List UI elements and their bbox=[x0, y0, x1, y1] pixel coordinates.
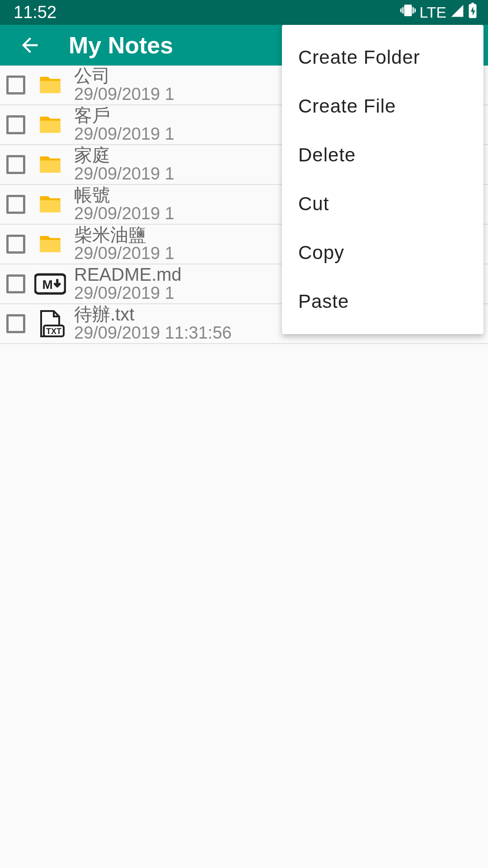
page-title: My Notes bbox=[69, 32, 173, 59]
checkbox[interactable] bbox=[6, 235, 25, 254]
file-date: 29/09/2019 1 bbox=[74, 165, 174, 184]
vibrate-icon bbox=[400, 3, 416, 22]
file-name: 公司 bbox=[74, 66, 174, 85]
checkbox[interactable] bbox=[6, 195, 25, 214]
status-time: 11:52 bbox=[14, 3, 56, 22]
arrow-left-icon bbox=[18, 33, 42, 57]
file-date: 29/09/2019 1 bbox=[74, 125, 174, 144]
txt-icon bbox=[34, 310, 66, 337]
checkbox[interactable] bbox=[6, 115, 25, 134]
status-bar: 11:52 LTE bbox=[0, 0, 488, 25]
file-date: 29/09/2019 1 bbox=[74, 85, 174, 104]
menu-item-copy[interactable]: Copy bbox=[282, 228, 483, 277]
file-name: 柴米油鹽 bbox=[74, 225, 174, 244]
menu-item-paste[interactable]: Paste bbox=[282, 277, 483, 326]
file-name: 客戶 bbox=[74, 106, 174, 125]
back-button[interactable] bbox=[16, 32, 43, 59]
battery-icon bbox=[468, 3, 477, 22]
file-name: README.md bbox=[74, 265, 182, 284]
menu-item-cut[interactable]: Cut bbox=[282, 179, 483, 228]
folder-icon bbox=[34, 71, 66, 99]
checkbox[interactable] bbox=[6, 274, 25, 293]
folder-icon bbox=[34, 151, 66, 178]
file-name: 帳號 bbox=[74, 185, 174, 204]
markdown-icon bbox=[34, 270, 66, 297]
folder-icon bbox=[34, 111, 66, 138]
menu-item-create-folder[interactable]: Create Folder bbox=[282, 33, 483, 82]
folder-icon bbox=[34, 191, 66, 218]
file-name: 待辦.txt bbox=[74, 305, 232, 324]
checkbox[interactable] bbox=[6, 155, 25, 174]
menu-item-delete[interactable]: Delete bbox=[282, 131, 483, 179]
file-date: 29/09/2019 11:31:56 bbox=[74, 324, 232, 343]
file-date: 29/09/2019 1 bbox=[74, 204, 174, 223]
checkbox[interactable] bbox=[6, 75, 25, 94]
menu-item-create-file[interactable]: Create File bbox=[282, 82, 483, 131]
file-name: 家庭 bbox=[74, 146, 174, 165]
folder-icon bbox=[34, 231, 66, 258]
context-menu: Create FolderCreate FileDeleteCutCopyPas… bbox=[282, 25, 483, 334]
file-date: 29/09/2019 1 bbox=[74, 244, 174, 263]
signal-icon bbox=[450, 3, 465, 22]
file-date: 29/09/2019 1 bbox=[74, 284, 182, 303]
checkbox[interactable] bbox=[6, 314, 25, 333]
network-label: LTE bbox=[419, 4, 446, 21]
status-icons: LTE bbox=[400, 3, 477, 22]
